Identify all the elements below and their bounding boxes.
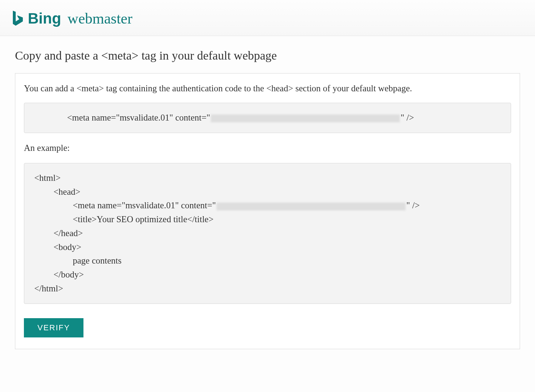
code-head-open: <head>: [34, 187, 80, 197]
verification-card: You can add a <meta> tag containing the …: [15, 73, 520, 349]
page-title: Copy and paste a <meta> tag in your defa…: [15, 49, 520, 62]
code-head-close: </head>: [34, 228, 83, 238]
code-meta-suffix: " />: [406, 200, 420, 210]
code-body-close: </body>: [34, 270, 84, 279]
code-title-line: <title>Your SEO optimized title</title>: [34, 214, 214, 224]
meta-tag-code: <meta name="msvalidate.01" content="" />: [24, 103, 511, 133]
meta-prefix: <meta name="msvalidate.01" content=": [67, 113, 210, 122]
main-content: Copy and paste a <meta> tag in your defa…: [0, 36, 535, 360]
code-html-close: </html>: [34, 284, 63, 293]
meta-suffix: " />: [401, 113, 414, 122]
redacted-token: [211, 114, 400, 122]
instruction-text: You can add a <meta> tag containing the …: [24, 83, 511, 93]
bing-icon: [11, 10, 24, 27]
brand-name: Bing: [28, 10, 61, 27]
redacted-token-example: [216, 203, 406, 210]
example-label: An example:: [24, 143, 511, 153]
product-name: webmaster: [67, 10, 132, 27]
code-meta-prefix: <meta name="msvalidate.01" content=": [73, 200, 216, 210]
verify-button[interactable]: VERIFY: [24, 318, 83, 337]
code-html-open: <html>: [34, 173, 61, 183]
code-body-open: <body>: [34, 242, 81, 252]
example-code-block: <html> <head> <meta name="msvalidate.01"…: [24, 163, 511, 304]
page-header: Bing webmaster: [0, 0, 535, 36]
bing-logo: Bing: [11, 10, 61, 27]
code-body-content: page contents: [34, 256, 122, 265]
